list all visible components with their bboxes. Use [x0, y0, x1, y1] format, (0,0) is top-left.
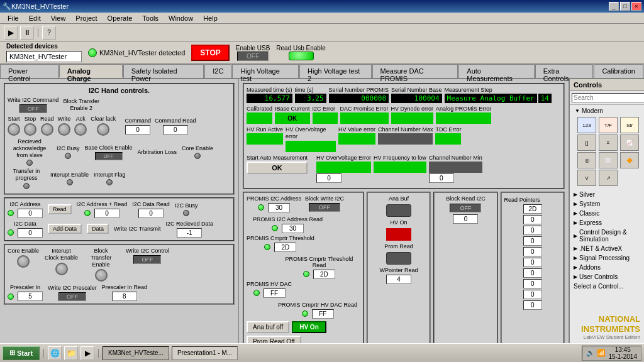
tree-express[interactable]: ▶Express: [571, 218, 643, 228]
write-i2c-toggle[interactable]: OFF: [19, 104, 47, 113]
start-knob[interactable]: [8, 123, 20, 136]
rp-val-7[interactable]: [523, 279, 542, 288]
block-read-val[interactable]: [453, 214, 478, 224]
rp-val-3[interactable]: [523, 236, 542, 246]
prescaler-input[interactable]: [18, 292, 43, 301]
ref-icon[interactable]: ↗: [599, 170, 618, 186]
menu-window[interactable]: Window: [164, 13, 198, 23]
tree-classic[interactable]: ▶Classic: [571, 209, 643, 218]
tree-select-control[interactable]: Select a Control...: [571, 282, 643, 291]
i2c-address-input[interactable]: [18, 209, 43, 218]
channel-min-val[interactable]: [429, 173, 454, 183]
tab-extra-controls[interactable]: Extra Controls: [535, 64, 594, 78]
hv-on-btn[interactable]: HV On: [292, 321, 326, 333]
prom-read-btn[interactable]: Prom Read Off: [247, 336, 301, 343]
rp-val-2[interactable]: [523, 226, 542, 235]
tab-calibration[interactable]: Calibration: [594, 64, 643, 78]
block-read-toggle[interactable]: OFF: [450, 204, 481, 212]
wpointer-input[interactable]: [386, 275, 411, 284]
boolean-icon[interactable]: T/F: [599, 117, 618, 133]
hv-dac-read-input[interactable]: [312, 309, 334, 319]
write-knob[interactable]: [58, 123, 70, 136]
menu-edit[interactable]: Edit: [24, 13, 46, 23]
quick-media[interactable]: ▶: [80, 346, 94, 360]
tab-analog-charge[interactable]: Analog Charge: [59, 64, 123, 78]
tab-safety-isolated[interactable]: Safety Isolated Power: [123, 64, 204, 78]
tree-user-controls[interactable]: ▶User Controls: [571, 272, 643, 282]
toolbar-pause[interactable]: ⏸: [20, 26, 34, 40]
rp-val-4[interactable]: [523, 247, 542, 256]
menu-file[interactable]: File: [3, 13, 24, 23]
tree-signal-processing[interactable]: ▶Signal Processing: [571, 253, 643, 263]
tree-addons[interactable]: ▶Addons: [571, 263, 643, 272]
ana-buf-btn[interactable]: Ana buf off: [247, 321, 289, 333]
rp-val-1[interactable]: [523, 215, 542, 224]
array-icon[interactable]: []: [577, 134, 596, 151]
tab-i2c[interactable]: I2C: [204, 64, 231, 78]
tree-net-activex[interactable]: ▶.NET & ActiveX: [571, 244, 643, 253]
data-btn[interactable]: Data: [87, 224, 109, 234]
numeric-icon[interactable]: 123: [577, 117, 596, 133]
hv-overvoltage-err-val[interactable]: [316, 173, 341, 183]
rp-val-5[interactable]: [523, 258, 542, 267]
variant-icon[interactable]: V: [577, 170, 596, 186]
tree-modern[interactable]: ▼ Modern: [572, 106, 641, 116]
tab-auto-meas[interactable]: Auto Measurements: [458, 64, 534, 78]
tree-silver[interactable]: ▶Silver: [571, 190, 643, 199]
rp-val-6[interactable]: [523, 268, 542, 278]
i2c-received-input[interactable]: [177, 228, 202, 238]
promis-addr-input[interactable]: [268, 203, 290, 212]
menu-project[interactable]: Project: [70, 13, 102, 23]
maximize-btn[interactable]: □: [620, 2, 630, 11]
close-btn[interactable]: ×: [631, 2, 641, 11]
clear-lack-knob[interactable]: [97, 123, 109, 136]
toolbar-run[interactable]: ▶: [4, 26, 18, 40]
taskbar-km3net[interactable]: KM3Net_HVTeste...: [103, 346, 169, 360]
cmprtr-input[interactable]: [274, 243, 296, 252]
command-input[interactable]: [125, 125, 150, 134]
decoration-icon[interactable]: 🔶: [620, 152, 639, 168]
ring-icon[interactable]: ◎: [577, 152, 596, 168]
write-i2c-control-toggle[interactable]: OFF: [133, 255, 161, 264]
rp-val-9[interactable]: [523, 300, 542, 310]
read-btn[interactable]: Read: [48, 204, 72, 214]
i2c-data-input[interactable]: [18, 228, 43, 238]
write-prescaler-toggle[interactable]: OFF: [58, 292, 86, 301]
add-data-btn[interactable]: Add-Data: [48, 224, 82, 234]
tree-control-design[interactable]: ▶Control Design & Simulation: [571, 228, 643, 244]
taskbar-presentation[interactable]: Presentation1 - M...: [172, 346, 238, 360]
start-button[interactable]: ⊞ Start: [3, 346, 40, 360]
quick-folder[interactable]: 📁: [64, 346, 78, 360]
tab-power-control[interactable]: Power Control: [0, 64, 58, 78]
toolbar-help[interactable]: ?: [42, 26, 56, 40]
menu-help[interactable]: Help: [198, 13, 223, 23]
stop-button[interactable]: STOP: [191, 45, 229, 61]
core-enable2-knob[interactable]: [17, 255, 30, 268]
cmprtr-read-input[interactable]: [313, 270, 335, 279]
device-name-input[interactable]: [6, 51, 82, 62]
base-transfer-knob[interactable]: [95, 269, 108, 282]
i2c-addr-read-input[interactable]: [94, 209, 119, 218]
rp-val-8[interactable]: [523, 290, 542, 299]
string-icon[interactable]: Str: [620, 117, 639, 133]
tab-hv-test[interactable]: High Voltage test: [232, 64, 299, 78]
hv-dac-input[interactable]: [264, 288, 286, 298]
stop-knob[interactable]: [24, 123, 36, 136]
quick-ie[interactable]: 🌐: [48, 346, 62, 360]
list-icon[interactable]: ≡: [599, 134, 618, 151]
minimize-btn[interactable]: _: [609, 2, 619, 11]
tab-measure-dac[interactable]: Measure DAC PROMIS: [372, 64, 458, 78]
menu-tools[interactable]: Tools: [137, 13, 164, 23]
rp-val-0[interactable]: [523, 204, 542, 214]
menu-view[interactable]: View: [46, 13, 71, 23]
enable-usb-toggle[interactable]: OFF: [237, 52, 269, 61]
promis-addr-read-input[interactable]: [282, 224, 304, 233]
prescaler-read-input[interactable]: [112, 292, 137, 301]
base-clock-toggle[interactable]: OFF: [95, 152, 123, 160]
graph-icon[interactable]: 📈: [620, 134, 639, 151]
tree-system[interactable]: ▶System: [571, 199, 643, 209]
controls-search-input[interactable]: [572, 93, 644, 102]
read-knob[interactable]: [41, 123, 53, 136]
ack-knob[interactable]: [74, 123, 87, 136]
i2c-data-read-input[interactable]: [138, 209, 164, 218]
